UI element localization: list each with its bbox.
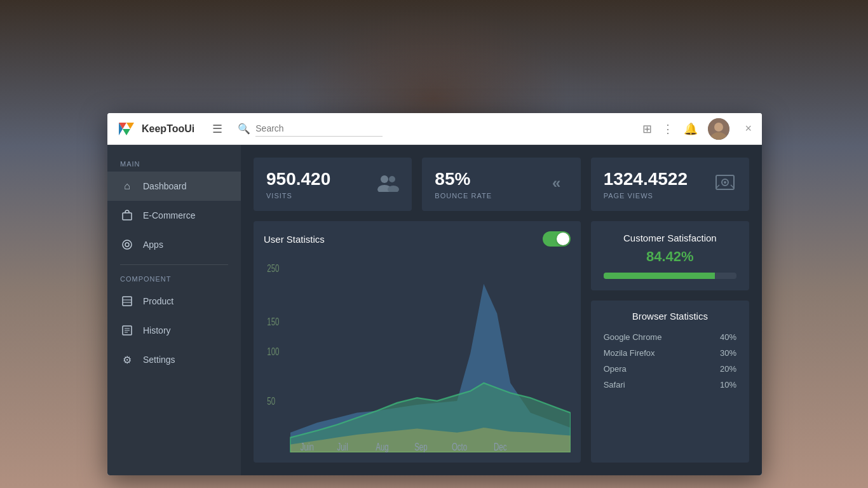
svg-text:«: « [552, 174, 560, 191]
grid-icon[interactable]: ⊞ [642, 122, 652, 136]
sidebar-item-label: Settings [143, 355, 175, 365]
browser-row-opera: Opera 20% [604, 361, 736, 377]
satisfaction-progress-bg [604, 273, 736, 279]
user-statistics-chart: 250 150 100 50 Juin Juil Aug Sep Octo [264, 254, 571, 452]
sidebar-item-apps[interactable]: Apps [107, 230, 241, 259]
sidebar-component-label: COMPONENT [107, 270, 241, 287]
visits-icon [376, 173, 399, 196]
sidebar-divider [120, 264, 228, 265]
visits-label: VISITS [266, 192, 330, 200]
app-logo [118, 120, 135, 138]
browser-row-firefox: Mozila Firefox 30% [604, 345, 736, 361]
toggle-switch[interactable] [543, 231, 571, 247]
content-area: 950.420 VISITS 85% BOUNCE RATE [241, 145, 762, 475]
apps-icon [120, 238, 134, 252]
sidebar-main-label: MAIN [107, 155, 241, 172]
settings-icon: ⚙ [120, 353, 134, 367]
product-icon [120, 294, 134, 308]
browser-pct-chrome: 40% [720, 332, 736, 342]
chart-card: User Statistics 250 150 100 50 [254, 221, 581, 463]
close-button[interactable]: × [745, 122, 752, 135]
stat-card-visits: 950.420 VISITS [254, 158, 412, 211]
svg-text:Juin: Juin [301, 441, 314, 452]
notifications-icon[interactable]: 🔔 [684, 122, 698, 136]
pageviews-value: 1324.4522 [604, 169, 688, 189]
svg-text:150: 150 [267, 316, 279, 328]
bounce-value: 85% [435, 169, 492, 189]
browser-name-firefox: Mozila Firefox [604, 348, 655, 358]
pageviews-icon [714, 173, 736, 196]
satisfaction-progress-fill [604, 273, 715, 279]
right-panel: Customer Satisfaction 84.42% Browser Sta… [591, 221, 749, 463]
browser-name-chrome: Google Chrome [604, 332, 662, 342]
browser-name-safari: Safari [604, 380, 625, 390]
toggle-thumb [557, 233, 569, 245]
app-title: KeepTooUi [142, 123, 194, 135]
app-window: KeepTooUi ☰ 🔍 ⊞ ⋮ 🔔 [107, 113, 762, 475]
svg-text:Aug: Aug [376, 441, 389, 452]
main-area: MAIN ⌂ Dashboard E-Commerce [107, 145, 762, 475]
browser-pct-safari: 10% [720, 380, 736, 390]
svg-marker-3 [123, 129, 130, 135]
ecommerce-icon [120, 208, 134, 222]
bounce-label: BOUNCE RATE [435, 192, 492, 200]
satisfaction-card: Customer Satisfaction 84.42% [591, 221, 749, 290]
svg-text:Juil: Juil [337, 441, 348, 452]
hamburger-button[interactable]: ☰ [207, 119, 227, 139]
history-icon [120, 323, 134, 337]
sidebar: MAIN ⌂ Dashboard E-Commerce [107, 145, 241, 475]
svg-point-11 [125, 243, 129, 247]
sidebar-item-label: Apps [143, 240, 163, 250]
svg-point-26 [724, 181, 726, 184]
sidebar-item-label: E-Commerce [143, 210, 195, 220]
svg-point-20 [389, 176, 395, 182]
browser-name-opera: Opera [604, 364, 627, 374]
title-bar-right: ⊞ ⋮ 🔔 × [642, 118, 752, 140]
svg-rect-12 [123, 297, 132, 306]
svg-point-7 [714, 123, 723, 132]
avatar[interactable] [708, 118, 729, 140]
more-options-icon[interactable]: ⋮ [662, 122, 674, 136]
pageviews-label: PAGE VIEWS [604, 192, 688, 200]
search-area: 🔍 [238, 121, 416, 137]
home-icon: ⌂ [120, 179, 134, 193]
svg-point-10 [123, 240, 132, 249]
sidebar-item-label: Product [143, 296, 173, 306]
stat-card-pageviews: 1324.4522 PAGE VIEWS [591, 158, 749, 211]
sidebar-item-settings[interactable]: ⚙ Settings [107, 345, 241, 374]
svg-text:50: 50 [267, 395, 275, 407]
svg-text:250: 250 [267, 262, 279, 274]
sidebar-item-ecommerce[interactable]: E-Commerce [107, 201, 241, 230]
satisfaction-title: Customer Satisfaction [604, 233, 736, 243]
browser-stats-title: Browser Statistics [604, 311, 736, 322]
browser-row-safari: Safari 10% [604, 377, 736, 393]
chart-title: User Statistics [264, 234, 325, 245]
chart-header: User Statistics [264, 231, 571, 247]
browser-pct-firefox: 30% [720, 348, 736, 358]
sidebar-item-product[interactable]: Product [107, 287, 241, 316]
browser-stats-card: Browser Statistics Google Chrome 40% Moz… [591, 301, 749, 463]
sidebar-item-history[interactable]: History [107, 316, 241, 345]
browser-pct-opera: 20% [720, 364, 736, 374]
svg-marker-2 [126, 123, 134, 129]
bounce-icon: « [549, 173, 568, 196]
svg-text:100: 100 [267, 346, 279, 358]
search-icon: 🔍 [238, 123, 250, 135]
sidebar-item-label: Dashboard [143, 181, 187, 191]
svg-text:Sep: Sep [414, 441, 428, 452]
stat-card-bounce: 85% BOUNCE RATE « [422, 158, 580, 211]
sidebar-item-label: History [143, 325, 171, 336]
visits-value: 950.420 [266, 169, 330, 189]
svg-rect-9 [123, 213, 132, 220]
sidebar-item-dashboard[interactable]: ⌂ Dashboard [107, 172, 241, 201]
search-input[interactable] [255, 121, 383, 137]
title-bar: KeepTooUi ☰ 🔍 ⊞ ⋮ 🔔 [107, 113, 762, 145]
svg-text:Octo: Octo [452, 441, 467, 452]
browser-row-chrome: Google Chrome 40% [604, 329, 736, 345]
satisfaction-value: 84.42% [604, 248, 736, 265]
svg-text:Dec: Dec [494, 441, 507, 452]
svg-point-19 [381, 175, 388, 183]
